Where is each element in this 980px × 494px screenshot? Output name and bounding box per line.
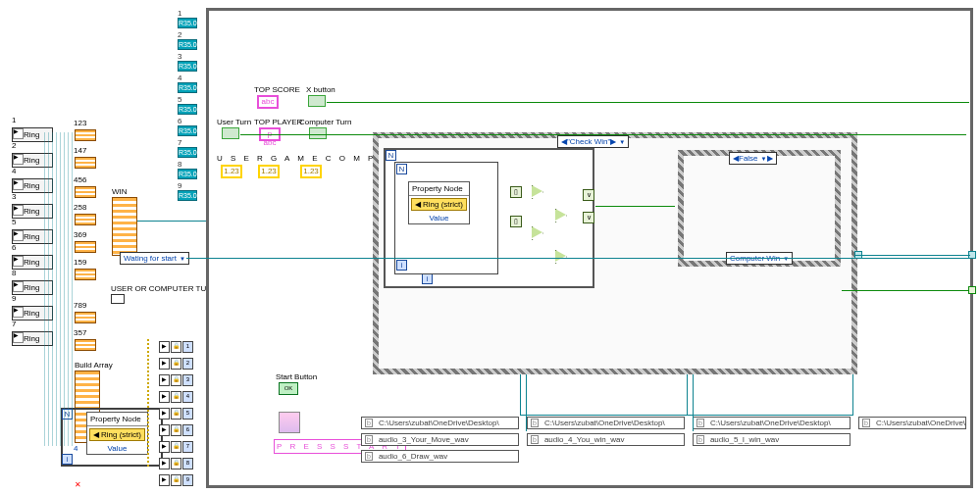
top-score-terminal[interactable]: abc xyxy=(257,95,279,109)
build-cluster-7 xyxy=(75,312,96,323)
wire-path-5 xyxy=(852,374,853,415)
build-cluster-1 xyxy=(75,129,96,141)
top-player-label: TOP PLAYER xyxy=(254,118,302,126)
const-258: 258 xyxy=(74,203,86,212)
compare-eq-2 xyxy=(532,226,542,238)
const-147: 147 xyxy=(74,146,86,155)
path-base-3[interactable]: C:\Users\zubat\OneDrive\Desktop\ xyxy=(693,417,851,429)
top-score-label: TOP SCORE xyxy=(254,85,300,94)
and-gate-2: ∨ xyxy=(583,212,594,223)
num-ind-3[interactable]: R35.0 xyxy=(178,61,197,72)
const-789: 789 xyxy=(74,301,86,310)
num-ind-6[interactable]: R35.0 xyxy=(178,125,197,136)
index-array-gate-2: ▯ xyxy=(510,216,522,227)
build-cluster-4 xyxy=(75,214,96,225)
uct-terminal xyxy=(111,294,125,304)
wire-xbtn xyxy=(327,102,969,103)
build-cluster-5 xyxy=(75,241,96,253)
user-turn-terminal[interactable] xyxy=(222,127,239,139)
lock-rows: ▶🔒1 ▶🔒2 ▶🔒3 ▶🔒4 ▶🔒5 ▶🔒6 ▶🔒7 ▶🔒8 ▶🔒9 xyxy=(159,341,193,486)
path-base-2[interactable]: C:\Users\zubat\OneDrive\Desktop\ xyxy=(527,417,685,429)
wire-case-out2 xyxy=(842,290,969,291)
compare-eq-1 xyxy=(532,185,542,197)
user-turn-label: User Turn xyxy=(217,118,251,126)
inner-case-selector[interactable]: ◀ False ▼ ▶ xyxy=(729,152,777,165)
tunnel-right-2 xyxy=(968,286,976,294)
win-label: WIN xyxy=(112,187,128,196)
inner-forloop-n: N xyxy=(386,150,396,161)
and-gate-1: ∨ xyxy=(583,189,594,201)
path-audio3[interactable]: audio_3_Your_Move_wav xyxy=(361,433,519,446)
compare-eq-3 xyxy=(555,209,566,221)
const-456: 456 xyxy=(74,175,86,184)
game-cluster[interactable]: 1.23 xyxy=(258,165,280,178)
property-node-inner[interactable]: Property Node ◀Ring (strict) Value xyxy=(408,181,470,224)
property-node-left[interactable]: Property Node ◀Ring (strict) Value xyxy=(86,412,148,455)
prop-ring-arrow: ◀ xyxy=(93,430,99,439)
path-base-1[interactable]: C:\Users\zubat\OneDrive\Desktop\ xyxy=(361,417,519,429)
win-array xyxy=(112,197,137,256)
cluster-wire xyxy=(147,339,149,467)
const-159: 159 xyxy=(74,258,86,267)
build-cluster-8 xyxy=(75,339,96,351)
user-cluster[interactable]: 1.23 xyxy=(221,165,242,178)
buildarray-label: Build Array xyxy=(75,361,113,370)
prop-title: Property Node xyxy=(87,413,147,426)
inner-case-win xyxy=(678,150,841,267)
path-audio5[interactable]: audio_5_I_win_wav xyxy=(693,433,851,446)
wire-state xyxy=(186,258,971,259)
forloop-i-lower: i xyxy=(62,454,73,465)
uct-label: USER OR COMPUTER TURN xyxy=(111,284,218,293)
computer-turn-label: Computer Turn xyxy=(299,118,351,126)
wire-userturn xyxy=(240,134,966,135)
xbutton-terminal[interactable] xyxy=(308,95,326,107)
num-ind-9[interactable]: R35.0 xyxy=(178,190,197,201)
wire-win xyxy=(137,221,206,222)
wire-path-4 xyxy=(693,374,694,431)
num-ind-4[interactable]: R35.0 xyxy=(178,82,197,93)
wire-path-2 xyxy=(526,374,527,431)
build-cluster-2 xyxy=(75,157,96,169)
num-ind-8[interactable]: R35.0 xyxy=(178,169,197,179)
build-cluster-3 xyxy=(75,186,96,198)
num-ind-5[interactable]: R35.0 xyxy=(178,104,197,115)
inner-forloop2-i: i xyxy=(396,260,407,271)
const-369: 369 xyxy=(74,230,86,239)
computer-cluster[interactable]: 1.23 xyxy=(300,165,322,178)
index-array-gate-1: ▯ xyxy=(510,186,522,198)
const-123: 123 xyxy=(74,119,86,127)
compare-eq-4 xyxy=(555,250,566,262)
start-button-terminal[interactable]: OK xyxy=(279,382,298,395)
num-ind-1[interactable]: R35.0 xyxy=(178,18,197,28)
wire-path-h1 xyxy=(520,415,853,416)
const-357: 357 xyxy=(74,328,86,337)
ring-fanout-wires xyxy=(41,132,74,446)
inner-forloop2-n: N xyxy=(396,164,407,174)
state-waiting[interactable]: Wating for start▼ xyxy=(120,252,189,265)
broken-wire-1: ✕ xyxy=(71,480,84,489)
wire-gate-out xyxy=(595,206,675,207)
num-ind-2[interactable]: R35.0 xyxy=(178,39,197,50)
wire-path-1 xyxy=(520,374,521,415)
path-audio4[interactable]: audio_4_You_win_wav xyxy=(527,433,685,446)
prop-idx-4: 4 xyxy=(74,444,77,453)
wire-path-3 xyxy=(687,374,688,415)
xbutton-label: X button xyxy=(306,85,335,94)
build-cluster-6 xyxy=(75,269,96,280)
start-btn-label: Start Button xyxy=(276,372,317,381)
num-ind-7[interactable]: R35.0 xyxy=(178,147,197,158)
state-case-selector[interactable]: ◀ "Check Win" ▶▼ xyxy=(557,135,629,148)
wire-case-out xyxy=(854,255,970,256)
path-base-4[interactable]: C:\Users\zubat\OneDrive\Desktop\ xyxy=(858,417,966,429)
ring-text: Ring xyxy=(24,130,39,139)
path-audio6[interactable]: audio_6_Draw_wav xyxy=(361,450,519,463)
computer-turn-terminal[interactable] xyxy=(309,127,327,139)
subvi-icon[interactable] xyxy=(279,412,300,433)
inner-forloop-i: i xyxy=(422,273,433,284)
